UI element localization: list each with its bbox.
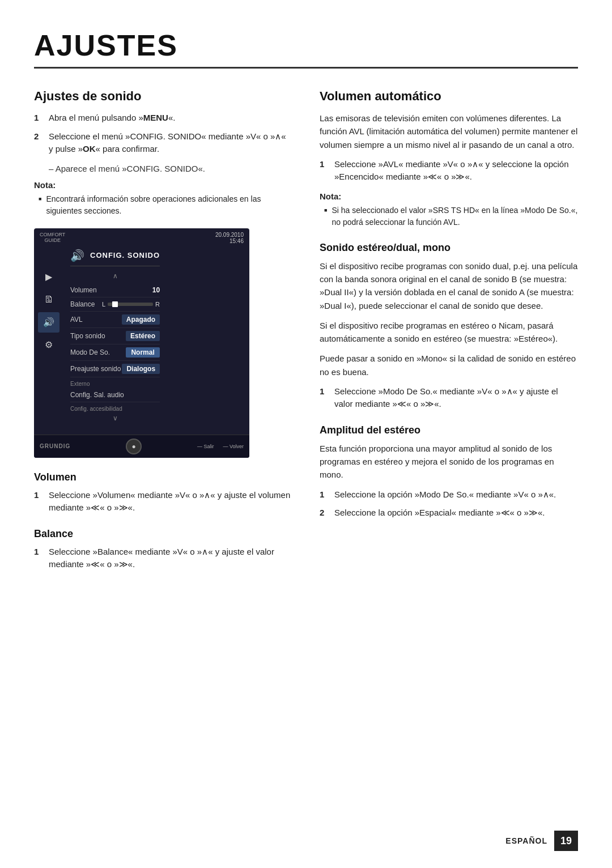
tv-balance-thumb bbox=[112, 301, 118, 307]
section-title-ajustes-sonido: Ajustes de sonido bbox=[34, 89, 292, 104]
columns-layout: Ajustes de sonido 1 Abra el menú pulsand… bbox=[34, 89, 578, 579]
tv-config-acc: Config. accesibilidad bbox=[70, 406, 160, 412]
tv-body: ▶ 🖻 🔊 ⚙ 🔊 CONFIG. SONIDO ∧ bbox=[34, 245, 249, 431]
tv-icon-1: ▶ bbox=[38, 267, 60, 287]
section-title-volumen: Volumen bbox=[34, 471, 292, 483]
page-footer: ESPAÑOL 19 bbox=[505, 831, 578, 851]
left-column: Ajustes de sonido 1 Abra el menú pulsand… bbox=[34, 89, 292, 579]
volumen-auto-item-1: 1 Seleccione »AVL« mediante »V« o »∧« y … bbox=[320, 158, 578, 184]
amplitud-num-1: 1 bbox=[320, 488, 329, 501]
balance-num-1: 1 bbox=[34, 546, 43, 571]
tv-externo: Externo bbox=[70, 381, 160, 387]
tv-row-modo-de-so: Modo De So. Normal bbox=[70, 344, 160, 361]
tv-label-avl: AVL bbox=[70, 316, 83, 324]
note-text-2: Si ha seleccionado el valor »SRS TS HD« … bbox=[332, 205, 578, 228]
note-box-1: Nota: Encontrará información sobre opera… bbox=[34, 180, 292, 217]
volumen-item-1: 1 Seleccione »Volumen« mediante »V« o »∧… bbox=[34, 489, 292, 514]
tv-label-modo-de-so: Modo De So. bbox=[70, 348, 110, 356]
list-text-2: Seleccione el menú »CONFIG. SONIDO« medi… bbox=[49, 130, 292, 156]
amplitud-text-1: Seleccione la opción »Modo De So.« media… bbox=[334, 488, 578, 501]
note-text-1: Encontrará información sobre operaciones… bbox=[46, 193, 292, 217]
tv-value-modo-de-so: Normal bbox=[126, 347, 160, 358]
tv-label-volumen: Volumen bbox=[70, 286, 97, 294]
section-amplitud-estereo: Amplitud del estéreo Esta función propor… bbox=[320, 424, 578, 520]
note-item-1: Encontrará información sobre operaciones… bbox=[34, 193, 292, 217]
sonido-estereo-para-1: Si el dispositivo recibe programas con s… bbox=[320, 259, 578, 312]
sonido-estereo-list: 1 Seleccione »Modo De So.« mediante »V« … bbox=[320, 385, 578, 411]
amplitud-item-1: 1 Seleccione la opción »Modo De So.« med… bbox=[320, 488, 578, 501]
tv-value-tipo-sonido: Estéreo bbox=[126, 331, 160, 341]
section-ajustes-sonido: Ajustes de sonido 1 Abra el menú pulsand… bbox=[34, 89, 292, 217]
amplitud-num-2: 2 bbox=[320, 507, 329, 520]
page-title: AJUSTES bbox=[34, 28, 578, 69]
ajustes-list: 1 Abra el menú pulsando »MENU«. 2 Selecc… bbox=[34, 112, 292, 156]
sonido-estereo-para-3: Puede pasar a sonido en »Mono« si la cal… bbox=[320, 352, 578, 378]
tv-content: 🔊 CONFIG. SONIDO ∧ Volumen 10 Balance bbox=[63, 245, 167, 431]
tv-ok-btn[interactable]: ● bbox=[126, 439, 142, 454]
tv-icon-2: 🖻 bbox=[38, 290, 60, 310]
section-title-volumen-auto: Volumen automático bbox=[320, 89, 578, 104]
volumen-auto-num-1: 1 bbox=[320, 158, 329, 184]
list-item-2: 2 Seleccione el menú »CONFIG. SONIDO« me… bbox=[34, 130, 292, 156]
volumen-num-1: 1 bbox=[34, 489, 43, 514]
sonido-estereo-item-1: 1 Seleccione »Modo De So.« mediante »V« … bbox=[320, 385, 578, 411]
tv-header-icon: 🔊 bbox=[70, 249, 84, 262]
list-num-2: 2 bbox=[34, 130, 43, 156]
section-title-balance: Balance bbox=[34, 528, 292, 540]
tv-value-avl: Apagado bbox=[122, 314, 160, 325]
sub-item-config: – Aparece el menú »CONFIG. SONIDO«. bbox=[49, 164, 292, 173]
volumen-list: 1 Seleccione »Volumen« mediante »V« o »∧… bbox=[34, 489, 292, 514]
tv-screen: COMFORTGUIDE 20.09.201015:46 ▶ 🖻 🔊 ⚙ � bbox=[34, 228, 249, 458]
amplitud-para-1: Esta función proporciona una mayor ampli… bbox=[320, 442, 578, 482]
tv-balance-r: R bbox=[155, 301, 160, 308]
note-box-2: Nota: Si ha seleccionado el valor »SRS T… bbox=[320, 192, 578, 228]
tv-grundig: GRUNDIG bbox=[40, 443, 70, 449]
volumen-auto-list: 1 Seleccione »AVL« mediante »V« o »∧« y … bbox=[320, 158, 578, 184]
right-column: Volumen automático Las emisoras de telev… bbox=[320, 89, 578, 579]
tv-datetime: 20.09.201015:46 bbox=[215, 232, 244, 244]
footer-page: 19 bbox=[554, 831, 578, 851]
tv-balance-bar: L R bbox=[102, 301, 160, 308]
tv-row-preajuste: Preajuste sonido Dialogos bbox=[70, 361, 160, 377]
balance-item-1: 1 Seleccione »Balance« mediante »V« o »∧… bbox=[34, 546, 292, 571]
amplitud-list: 1 Seleccione la opción »Modo De So.« med… bbox=[320, 488, 578, 520]
tv-row-tipo-sonido: Tipo sonido Estéreo bbox=[70, 328, 160, 344]
tv-comfort-guide: COMFORTGUIDE bbox=[40, 232, 65, 244]
amplitud-text-2: Seleccione la opción »Espacial« mediante… bbox=[334, 507, 578, 520]
volumen-auto-text-1: Seleccione »AVL« mediante »V« o »∧« y se… bbox=[334, 158, 578, 184]
tv-label-tipo-sonido: Tipo sonido bbox=[70, 332, 105, 340]
sonido-estereo-text-1: Seleccione »Modo De So.« mediante »V« o … bbox=[334, 385, 578, 411]
section-volumen-auto: Volumen automático Las emisoras de telev… bbox=[320, 89, 578, 228]
tv-scroll-up: ∧ bbox=[70, 272, 160, 280]
list-text-1: Abra el menú pulsando »MENU«. bbox=[49, 112, 292, 125]
tv-balance-track bbox=[108, 303, 153, 306]
note-item-2: Si ha seleccionado el valor »SRS TS HD« … bbox=[320, 205, 578, 228]
section-sonido-estereo: Sonido estéreo/dual, mono Si el disposit… bbox=[320, 242, 578, 411]
balance-text-1: Seleccione »Balance« mediante »V« o »∧« … bbox=[49, 546, 292, 571]
list-num-1: 1 bbox=[34, 112, 43, 125]
note-title-1: Nota: bbox=[34, 180, 292, 190]
tv-sidebar: ▶ 🖻 🔊 ⚙ bbox=[34, 262, 63, 431]
tv-header-title: CONFIG. SONIDO bbox=[90, 251, 160, 259]
tv-row-balance: Balance L R bbox=[70, 297, 160, 312]
footer-lang: ESPAÑOL bbox=[505, 836, 547, 845]
tv-top-bar: COMFORTGUIDE 20.09.201015:46 bbox=[34, 228, 249, 245]
volumen-text-1: Seleccione »Volumen« mediante »V« o »∧« … bbox=[49, 489, 292, 514]
tv-icon-3: 🔊 bbox=[38, 312, 60, 333]
tv-label-volver: — Volver bbox=[223, 444, 244, 449]
list-item-1: 1 Abra el menú pulsando »MENU«. bbox=[34, 112, 292, 125]
tv-label-salir: — Salir bbox=[197, 444, 214, 449]
tv-icon-4: ⚙ bbox=[38, 335, 60, 355]
page-container: AJUSTES Ajustes de sonido 1 Abra el menú… bbox=[0, 0, 612, 868]
sonido-estereo-para-2: Si el dispositivo recibe programas en es… bbox=[320, 319, 578, 346]
section-balance: Balance 1 Seleccione »Balance« mediante … bbox=[34, 528, 292, 571]
tv-bottom-labels: — Salir — Volver bbox=[197, 444, 244, 449]
tv-header: 🔊 CONFIG. SONIDO bbox=[70, 249, 160, 266]
tv-label-config-sal: Config. Sal. audio bbox=[70, 391, 124, 399]
note-title-2: Nota: bbox=[320, 192, 578, 201]
tv-row-volumen: Volumen 10 bbox=[70, 283, 160, 297]
balance-list: 1 Seleccione »Balance« mediante »V« o »∧… bbox=[34, 546, 292, 571]
tv-bottom-controls: GRUNDIG ● — Salir — Volver bbox=[34, 435, 249, 458]
volumen-auto-para-1: Las emisoras de televisión emiten con vo… bbox=[320, 112, 578, 151]
tv-row-avl: AVL Apagado bbox=[70, 312, 160, 328]
